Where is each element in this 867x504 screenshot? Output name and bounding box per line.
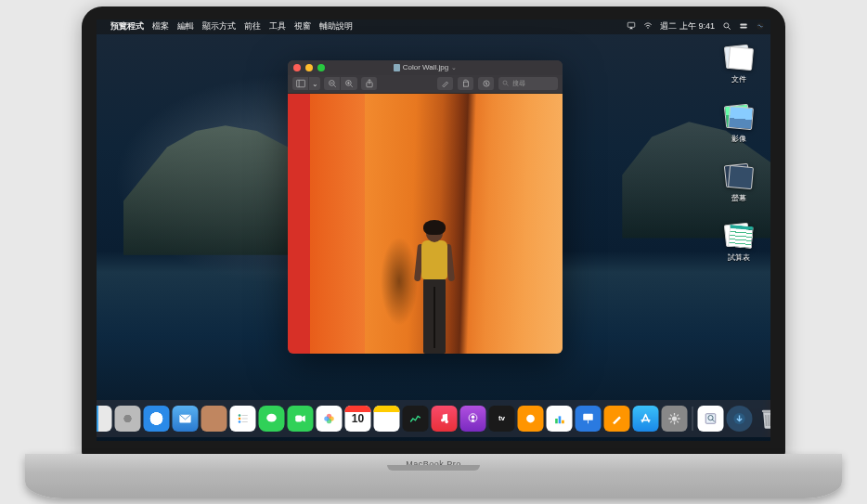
menubar: 預覽程式 檔案 編輯 顯示方式 前往 工具 視窗 輔助說明 週二 [97,19,770,34]
wifi-icon[interactable] [643,21,653,32]
svg-rect-19 [463,82,468,86]
screenshots-stack-icon [723,162,755,190]
stack-label: 試算表 [728,252,750,263]
stack-label: 螢幕 [731,193,746,203]
dock-trash[interactable] [756,406,771,432]
screen-bezel: 預覽程式 檔案 編輯 顯示方式 前往 工具 視窗 輔助說明 週二 [82,6,785,458]
menubar-app-name[interactable]: 預覽程式 [110,20,144,32]
window-title-text: Color Wall.jpg [403,63,449,71]
toolbar-search[interactable]: 搜尋 [498,77,558,90]
dock-appstore[interactable] [633,406,659,432]
share-button[interactable] [361,77,378,90]
dock-downloads[interactable] [727,406,753,432]
svg-line-53 [677,414,679,416]
svg-point-45 [672,416,677,420]
preview-window: Color Wall.jpg ⌄ ⌄ [288,60,563,354]
spotlight-icon[interactable] [722,21,731,32]
stack-spreadsheets[interactable]: 試算表 [717,222,761,263]
stack-images[interactable]: 影像 [717,103,761,144]
dock-photos[interactable] [317,406,343,432]
menubar-item-go[interactable]: 前往 [244,20,261,32]
menubar-item-file[interactable]: 檔案 [152,20,169,32]
svg-rect-58 [762,409,770,412]
highlight-button[interactable] [437,77,454,90]
dock-system-preferences[interactable] [662,406,688,432]
window-controls [293,64,325,71]
siri-icon[interactable] [756,21,765,32]
menubar-item-window[interactable]: 視窗 [294,20,311,32]
dock-books[interactable] [518,406,544,432]
svg-point-39 [526,414,535,422]
svg-rect-5 [740,23,747,25]
dock-tv[interactable]: tv [489,406,515,432]
svg-point-36 [324,416,329,420]
svg-line-52 [670,420,672,422]
document-proxy-icon[interactable] [394,64,400,71]
zoom-out-button[interactable] [324,77,341,90]
airplay-icon[interactable] [627,21,636,32]
trackpad-notch [387,465,480,471]
dock-safari[interactable] [144,406,170,432]
menubar-item-edit[interactable]: 編輯 [177,20,194,32]
markup-button[interactable] [478,77,495,90]
calendar-day: 10 [352,412,364,425]
chevron-down-icon[interactable]: ⌄ [451,64,457,71]
control-center-icon[interactable] [739,21,748,32]
menubar-clock[interactable]: 週二 上午 9:41 [660,20,715,32]
dock-preview[interactable] [698,406,724,432]
svg-line-59 [766,415,767,426]
dock-stocks[interactable] [403,406,429,432]
menubar-item-help[interactable]: 輔助說明 [319,20,353,32]
sidebar-toggle-button[interactable] [292,77,309,90]
svg-point-26 [239,420,241,423]
screen: 預覽程式 檔案 編輯 顯示方式 前往 工具 視窗 輔助說明 週二 [97,19,770,441]
dock-contacts[interactable] [201,406,227,432]
fullscreen-button[interactable] [317,64,325,71]
close-button[interactable] [293,64,301,71]
dock-facetime[interactable] [288,406,314,432]
dock-mail[interactable] [173,406,199,432]
svg-rect-43 [583,413,593,420]
svg-rect-0 [628,22,636,27]
dock-calendar[interactable]: 10 [345,406,371,432]
dock-reminders[interactable] [230,406,256,432]
dock-notes[interactable] [374,406,400,432]
dock-numbers[interactable] [547,406,573,432]
dock-launchpad[interactable] [115,406,141,432]
stack-label: 影像 [731,134,746,144]
rotate-button[interactable] [458,77,474,90]
svg-point-25 [239,417,241,420]
macbook-frame: 預覽程式 檔案 編輯 顯示方式 前往 工具 視窗 輔助說明 週二 [25,6,842,498]
spreadsheets-stack-icon [723,222,755,250]
svg-rect-42 [562,420,564,423]
svg-line-16 [351,85,353,87]
image-viewport[interactable] [288,94,563,354]
search-placeholder: 搜尋 [512,79,525,88]
documents-stack-icon [723,44,755,71]
svg-point-24 [239,414,241,417]
stack-label: 文件 [731,74,746,84]
stack-screenshots[interactable]: 螢幕 [717,162,761,203]
window-titlebar[interactable]: Color Wall.jpg ⌄ [288,60,563,75]
tv-label: tv [498,414,505,422]
svg-line-12 [333,85,335,87]
svg-line-61 [770,415,771,426]
preview-toolbar: ⌄ [288,75,563,94]
desktop-stacks: 文件 影像 螢幕 試算表 [717,44,761,263]
stack-documents[interactable]: 文件 [717,44,761,84]
minimize-button[interactable] [305,64,313,71]
menubar-item-tools[interactable]: 工具 [269,20,286,32]
dock-keynote[interactable] [576,406,602,432]
svg-point-3 [724,22,729,27]
laptop-base: MacBook Pro [25,454,842,498]
dock-pages[interactable] [604,406,630,432]
dock-finder[interactable] [97,406,112,432]
svg-line-51 [677,420,679,422]
dock-podcasts[interactable] [460,406,486,432]
window-title[interactable]: Color Wall.jpg ⌄ [394,63,458,71]
view-mode-dropdown[interactable]: ⌄ [309,77,320,90]
dock-messages[interactable] [259,406,285,432]
zoom-in-button[interactable] [341,77,357,90]
menubar-item-view[interactable]: 顯示方式 [202,20,236,32]
dock-music[interactable] [432,406,458,432]
